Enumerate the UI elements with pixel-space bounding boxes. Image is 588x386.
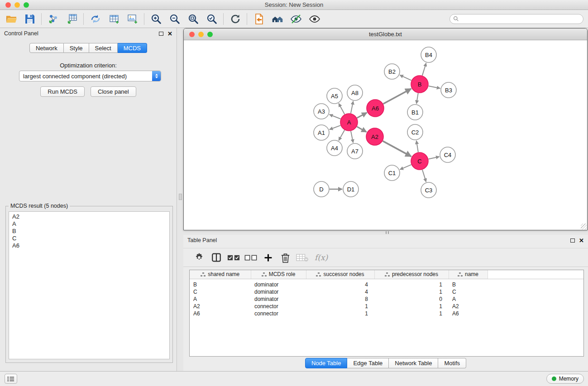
table-cell[interactable]: 1 [306,310,374,317]
column-header-name[interactable]: name [449,270,488,279]
vertical-splitter[interactable] [177,28,183,371]
search-input[interactable] [461,15,583,23]
float-panel-icon[interactable] [159,32,163,36]
column-header-predecessor-nodes[interactable]: predecessor nodes [374,270,449,279]
graph-edge-B-B3[interactable] [429,86,440,88]
close-panel-button[interactable]: Close panel [91,86,136,97]
table-row[interactable]: Cdominator41C [190,288,583,295]
tab-style[interactable]: Style [64,43,89,53]
table-cell[interactable]: 1 [374,310,449,317]
graph-edge-B-B4[interactable] [422,63,426,76]
table-cell[interactable]: C [449,288,488,295]
import-table-button[interactable] [62,11,81,27]
graph-edge-A-A1[interactable] [330,125,341,129]
result-item[interactable]: B [12,228,166,235]
table-cell[interactable]: A [190,295,251,303]
column-header-shared-name[interactable]: shared name [190,270,251,279]
zoom-selected-button[interactable] [202,11,221,27]
graph-edge-C-C1[interactable] [400,165,411,170]
column-selector-button[interactable] [208,249,225,266]
result-item[interactable]: C [12,235,166,242]
optimization-criterion-dropdown[interactable]: largest connected component (directed) [19,71,161,81]
node-table-container[interactable]: shared nameMCDS rolesuccessor nodesprede… [189,270,584,357]
graph-edge-A-A6[interactable] [357,113,367,118]
table-row[interactable]: Adominator80A [190,295,583,303]
table-cell[interactable]: 0 [374,295,449,303]
tab-network-table[interactable]: Network Table [389,358,438,368]
zoom-fit-button[interactable] [184,11,202,27]
export-document-button[interactable] [249,11,268,27]
table-cell[interactable]: 1 [374,279,449,288]
table-cell[interactable]: 8 [306,295,374,303]
table-row[interactable]: A6connector11A6 [190,310,583,317]
toolbar-search-field[interactable] [449,14,583,24]
refresh-button[interactable] [226,11,244,27]
graph-edge-A-A2[interactable] [357,127,366,132]
result-item[interactable]: A2 [12,213,166,220]
table-cell[interactable]: connector [251,303,306,310]
zoom-in-button[interactable] [147,11,165,27]
graph-edge-A-A5[interactable] [339,104,344,114]
splitter-handle[interactable] [179,194,182,200]
tab-network[interactable]: Network [29,43,64,53]
graph-edge-B-B1[interactable] [416,93,418,104]
clone-network-button[interactable] [86,11,105,27]
table-cell[interactable]: dominator [251,295,306,303]
column-header-successor-nodes[interactable]: successor nodes [306,270,374,279]
result-item[interactable]: A [12,220,166,228]
network-canvas[interactable]: B4B2BB3A5A8A6B1A3AA1C2A2A4A7C4C1CC3DD1 [184,40,587,230]
splitter-handle[interactable] [386,231,389,234]
table-row[interactable]: Bdominator41B [190,279,583,288]
show-graphics-button[interactable] [305,11,324,27]
table-cell[interactable]: 1 [306,303,374,310]
network-window-titlebar[interactable]: testGlobe.txt [184,29,587,40]
export-image-button[interactable] [123,11,142,27]
table-cell[interactable]: A2 [190,303,251,310]
table-cell[interactable]: C [190,288,251,295]
graph-edge-A2-C[interactable] [383,141,411,157]
table-cell[interactable]: A [449,295,488,303]
table-cell[interactable]: B [190,279,251,288]
graph-edge-C-C4[interactable] [429,157,440,159]
table-cell[interactable]: A6 [449,310,488,317]
graph-edge-A-A8[interactable] [351,101,353,114]
graph-edge-C-C3[interactable] [422,170,426,182]
graph-edge-A6-B[interactable] [383,89,411,104]
result-item[interactable]: A6 [12,242,166,249]
zoom-out-button[interactable] [165,11,184,27]
select-all-rows-button[interactable] [225,249,242,266]
float-panel-icon[interactable] [570,238,575,243]
window-resize-grip[interactable] [581,224,587,229]
import-network-button[interactable] [44,11,62,27]
table-cell[interactable]: A2 [449,303,488,310]
new-table-button[interactable] [105,11,123,27]
delete-column-button[interactable] [277,249,294,266]
graph-edge-A-A7[interactable] [351,131,353,143]
open-session-button[interactable] [2,11,20,27]
graph-edge-A-A4[interactable] [339,130,344,140]
memory-indicator-button[interactable]: Memory [546,374,584,384]
table-cell[interactable]: dominator [251,279,306,288]
table-cell[interactable]: 1 [374,288,449,295]
table-cell[interactable]: 4 [306,279,374,288]
add-column-button[interactable] [259,249,277,266]
mcds-result-list[interactable]: A2ABCA6 [9,211,170,359]
tab-edge-table[interactable]: Edge Table [347,358,389,368]
panel-menu-button[interactable] [5,374,17,384]
network-graph[interactable]: B4B2BB3A5A8A6B1A3AA1C2A2A4A7C4C1CC3DD1 [184,40,587,230]
table-cell[interactable]: dominator [251,288,306,295]
table-settings-button[interactable] [191,249,208,266]
close-panel-icon[interactable] [167,31,172,37]
horizontal-splitter[interactable] [183,230,588,235]
deselect-all-rows-button[interactable] [242,249,259,266]
tab-node-table[interactable]: Node Table [305,358,348,368]
graph-edge-B-B2[interactable] [400,75,411,81]
table-row[interactable]: A2connector11A2 [190,303,583,310]
run-mcds-button[interactable]: Run MCDS [40,86,85,97]
table-cell[interactable]: A6 [190,310,251,317]
column-header-mcds-role[interactable]: MCDS role [251,270,306,279]
tab-mcds[interactable]: MCDS [118,43,147,53]
home-button[interactable] [268,11,287,27]
graph-edge-C-C2[interactable] [416,141,418,152]
table-cell[interactable]: B [449,279,488,288]
